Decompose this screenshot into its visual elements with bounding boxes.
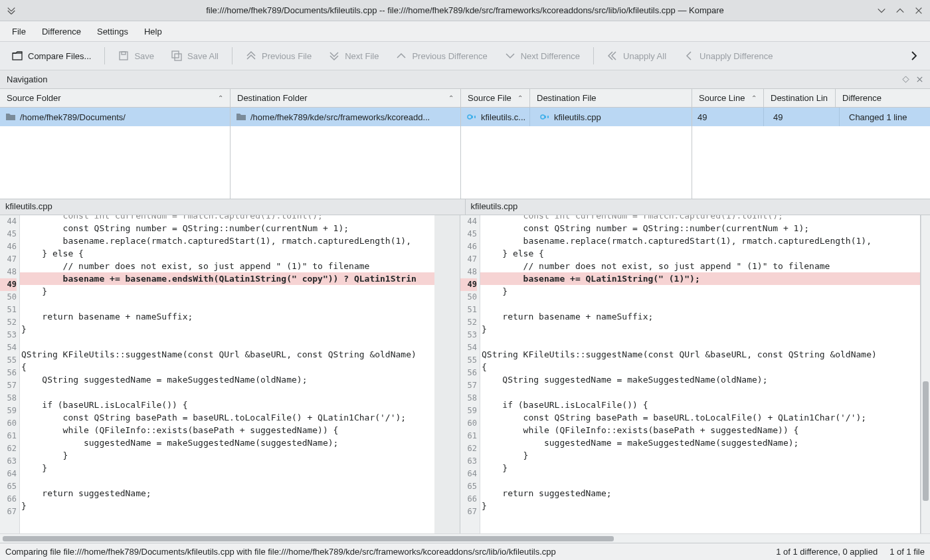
source-line-header[interactable]: Source Line ⌃: [692, 89, 764, 108]
close-icon[interactable]: [914, 6, 923, 15]
code-line[interactable]: }: [20, 285, 434, 298]
menu-file[interactable]: File: [5, 24, 33, 39]
code-line[interactable]: if (baseURL.isLocalFile()) {: [480, 399, 920, 411]
scrollbar-thumb[interactable]: [923, 381, 929, 501]
left-change-strip: [434, 215, 460, 533]
minimize-icon[interactable]: [877, 6, 886, 15]
code-line[interactable]: [480, 298, 920, 310]
code-line[interactable]: while (QFileInfo::exists(basePath + sugg…: [20, 424, 434, 436]
code-line[interactable]: [20, 335, 434, 348]
code-line[interactable]: {: [480, 361, 920, 373]
navigation-panel-header: Navigation: [0, 70, 930, 89]
next-file-button: Next File: [321, 47, 387, 65]
code-line[interactable]: QString KFileUtils::suggestName(const QU…: [480, 348, 920, 361]
code-line[interactable]: const QString basePath = baseURL.toLocal…: [20, 411, 434, 424]
difference-row[interactable]: 49 49 Changed 1 line: [692, 108, 930, 126]
destination-line-header[interactable]: Destination Lin: [764, 89, 836, 108]
code-line[interactable]: const QString basePath = baseURL.toLocal…: [480, 411, 920, 424]
destination-folder-row[interactable]: /home/fhek789/kde/src/frameworks/kcoread…: [231, 108, 460, 126]
code-line[interactable]: }: [480, 285, 920, 298]
menu-help[interactable]: Help: [138, 24, 169, 39]
file-row[interactable]: kfileutils.c... kfileutils.cpp: [461, 108, 692, 126]
code-line[interactable]: QString suggestedName = makeSuggestedNam…: [20, 373, 434, 386]
panel-float-icon[interactable]: [902, 76, 909, 83]
code-line[interactable]: }: [20, 500, 434, 512]
source-folder-header[interactable]: Source Folder ⌃: [0, 89, 230, 108]
code-line[interactable]: }: [480, 449, 920, 462]
code-line[interactable]: return basename + nameSuffix;: [480, 310, 920, 323]
svg-rect-4: [175, 54, 181, 60]
code-line[interactable]: const QString number = QString::number(c…: [480, 222, 920, 234]
code-line[interactable]: while (QFileInfo::exists(basePath + sugg…: [480, 424, 920, 436]
code-line[interactable]: }: [20, 462, 434, 474]
right-file-header: kfileutils.cpp: [466, 199, 931, 215]
toolbar-overflow-button[interactable]: [902, 47, 926, 65]
titlebar-pin-icon[interactable]: [7, 6, 16, 15]
code-line[interactable]: // number does not exist, so just append…: [20, 260, 434, 272]
horizontal-scrollbar[interactable]: [0, 533, 930, 543]
folder-icon: [236, 112, 246, 122]
save-all-button: Save All: [163, 47, 227, 65]
source-folder-row[interactable]: /home/fhek789/Documents/: [0, 108, 230, 126]
code-line[interactable]: [480, 386, 920, 399]
code-line[interactable]: basename.replace(rmatch.capturedStart(1)…: [20, 234, 434, 247]
code-line[interactable]: basename += basename.endsWith(QLatin1Str…: [20, 272, 434, 285]
code-line[interactable]: [20, 298, 434, 310]
code-line[interactable]: } else {: [480, 247, 920, 260]
scrollbar-thumb[interactable]: [3, 536, 614, 541]
next-difference-button: Next Difference: [497, 47, 588, 65]
sort-indicator-icon: ⌃: [751, 94, 757, 102]
code-line[interactable]: }: [480, 323, 920, 335]
left-gutter: 4445464748495051525354555657585960616263…: [0, 215, 20, 533]
code-line[interactable]: // number does not exist, so just append…: [480, 260, 920, 272]
right-gutter: 4445464748495051525354555657585960616263…: [460, 215, 480, 533]
code-line[interactable]: return suggestedName;: [480, 487, 920, 500]
source-file-header[interactable]: Source File ⌃: [461, 89, 530, 108]
status-main: Comparing file file:///home/fhek789/Docu…: [5, 547, 556, 557]
vertical-scrollbar[interactable]: [921, 215, 930, 533]
sort-indicator-icon: ⌃: [218, 94, 223, 102]
code-line[interactable]: basename.replace(rmatch.capturedStart(1)…: [480, 234, 920, 247]
destination-file-header[interactable]: Destination File: [530, 89, 692, 108]
status-diff-count: 1 of 1 difference, 0 applied: [776, 547, 878, 557]
left-file-header: kfileutils.cpp: [0, 199, 466, 215]
code-line[interactable]: }: [480, 462, 920, 474]
panel-close-icon[interactable]: [916, 76, 923, 83]
code-line[interactable]: QString suggestedName = makeSuggestedNam…: [480, 373, 920, 386]
code-line[interactable]: [20, 386, 434, 399]
code-line[interactable]: }: [20, 323, 434, 335]
code-line[interactable]: [480, 474, 920, 487]
code-line[interactable]: return suggestedName;: [20, 487, 434, 500]
difference-header[interactable]: Difference: [836, 89, 930, 108]
code-line[interactable]: basename += QLatin1String(" (1)");: [480, 272, 920, 285]
destination-folder-header[interactable]: Destination Folder ⌃: [231, 89, 460, 108]
right-code-lines[interactable]: const int currentNum = rmatch.captured(1…: [480, 215, 920, 533]
maximize-icon[interactable]: [895, 6, 905, 15]
code-line[interactable]: suggestedName = makeSuggestedName(sugges…: [480, 436, 920, 449]
cpp-file-icon: [539, 112, 550, 122]
code-line[interactable]: }: [20, 449, 434, 462]
code-line[interactable]: const int currentNum = rmatch.captured(1…: [20, 215, 434, 222]
menu-difference[interactable]: Difference: [35, 24, 88, 39]
code-line[interactable]: [480, 335, 920, 348]
code-line[interactable]: }: [480, 500, 920, 512]
folder-icon: [5, 112, 16, 122]
menu-settings[interactable]: Settings: [90, 24, 135, 39]
compare-files-button[interactable]: Compare Files...: [4, 47, 99, 65]
code-line[interactable]: {: [20, 361, 434, 373]
right-code-pane[interactable]: 4445464748495051525354555657585960616263…: [460, 215, 921, 533]
sort-indicator-icon: ⌃: [517, 94, 523, 102]
code-line[interactable]: return basename + nameSuffix;: [20, 310, 434, 323]
code-line[interactable]: [20, 474, 434, 487]
statusbar: Comparing file file:///home/fhek789/Docu…: [0, 543, 930, 560]
status-file-count: 1 of 1 file: [889, 547, 925, 557]
code-line[interactable]: suggestedName = makeSuggestedName(sugges…: [20, 436, 434, 449]
code-diff-area: 4445464748495051525354555657585960616263…: [0, 215, 930, 533]
code-line[interactable]: QString KFileUtils::suggestName(const QU…: [20, 348, 434, 361]
code-line[interactable]: if (baseURL.isLocalFile()) {: [20, 399, 434, 411]
code-line[interactable]: const QString number = QString::number(c…: [20, 222, 434, 234]
code-line[interactable]: } else {: [20, 247, 434, 260]
left-code-lines[interactable]: const int currentNum = rmatch.captured(1…: [20, 215, 434, 533]
code-line[interactable]: const int currentNum = rmatch.captured(1…: [480, 215, 920, 222]
left-code-pane[interactable]: 4445464748495051525354555657585960616263…: [0, 215, 460, 533]
